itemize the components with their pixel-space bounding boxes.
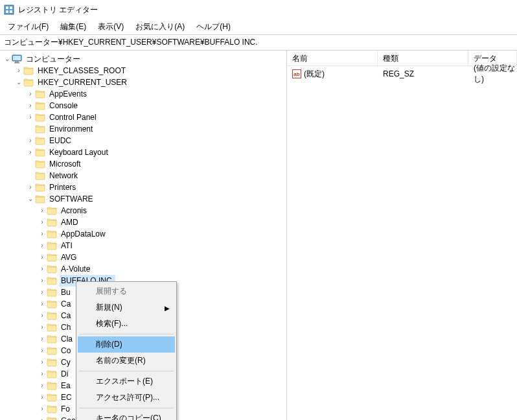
value-data-cell: (値の設定なし) bbox=[468, 63, 517, 85]
expand-icon[interactable]: › bbox=[38, 251, 47, 263]
expand-icon[interactable]: › bbox=[38, 403, 47, 415]
value-row[interactable]: ab (既定) REG_SZ (値の設定なし) bbox=[287, 66, 517, 82]
string-value-icon: ab bbox=[292, 69, 301, 78]
expand-icon[interactable]: › bbox=[14, 65, 23, 76]
tree-key[interactable]: ›EUDC bbox=[0, 135, 286, 146]
folder-icon bbox=[47, 357, 57, 368]
expand-icon[interactable]: › bbox=[38, 216, 47, 228]
ctx-find[interactable]: 検索(F)... bbox=[78, 316, 175, 332]
menu-file[interactable]: ファイル(F) bbox=[3, 19, 54, 34]
tree-key[interactable]: ›AppEvents bbox=[0, 88, 286, 100]
menu-help[interactable]: ヘルプ(H) bbox=[191, 19, 236, 34]
folder-icon bbox=[47, 287, 57, 298]
tree-key[interactable]: ›Acronis bbox=[0, 205, 286, 216]
folder-icon bbox=[47, 310, 57, 321]
folder-icon bbox=[47, 345, 57, 356]
menu-fav[interactable]: お気に入り(A) bbox=[130, 19, 190, 34]
tree-key[interactable]: ›Console bbox=[0, 100, 286, 111]
context-menu: 展開する 新規(N)▶ 検索(F)... 削除(D) 名前の変更(R) エクスポ… bbox=[76, 281, 177, 420]
menu-edit[interactable]: 編集(E) bbox=[55, 19, 91, 34]
folder-icon bbox=[47, 264, 57, 274]
tree-key[interactable]: ›Keyboard Layout bbox=[0, 146, 286, 158]
folder-icon bbox=[47, 205, 57, 216]
address-text: コンピューター¥HKEY_CURRENT_USER¥SOFTWARE¥BUFFA… bbox=[4, 37, 258, 48]
expand-icon[interactable]: › bbox=[26, 88, 35, 100]
expand-icon[interactable]: ⌄ bbox=[3, 53, 12, 65]
expand-icon[interactable]: › bbox=[26, 135, 35, 146]
ctx-export[interactable]: エクスポート(E) bbox=[78, 373, 175, 390]
expand-icon[interactable]: › bbox=[26, 181, 35, 193]
ctx-expand[interactable]: 展開する bbox=[78, 283, 175, 299]
expand-icon[interactable]: › bbox=[38, 391, 47, 403]
col-name[interactable]: 名前 bbox=[287, 51, 378, 65]
expand-icon[interactable]: › bbox=[38, 228, 47, 240]
folder-icon bbox=[47, 275, 57, 286]
expand-icon[interactable]: › bbox=[38, 345, 47, 356]
titlebar: レジストリ エディター bbox=[0, 0, 517, 19]
tree-key[interactable]: ›Environment bbox=[0, 123, 286, 135]
ctx-permissions[interactable]: アクセス許可(P)... bbox=[78, 390, 175, 406]
col-type[interactable]: 種類 bbox=[378, 51, 468, 65]
tree-key[interactable]: ›AVG bbox=[0, 251, 286, 263]
folder-icon bbox=[35, 124, 45, 134]
regedit-icon bbox=[4, 5, 14, 15]
tree-hive-currentuser[interactable]: ⌄ HKEY_CURRENT_USER bbox=[0, 76, 286, 88]
folder-icon bbox=[47, 415, 57, 420]
expand-icon[interactable]: › bbox=[26, 146, 35, 158]
tree-key-software[interactable]: ⌄SOFTWARE bbox=[0, 193, 286, 205]
folder-icon bbox=[35, 182, 45, 192]
tree-hive-classes[interactable]: › HKEY_CLASSES_ROOT bbox=[0, 65, 286, 76]
folder-icon bbox=[23, 65, 34, 76]
ctx-separator bbox=[79, 408, 174, 408]
folder-icon bbox=[35, 194, 45, 204]
folder-icon bbox=[35, 100, 45, 111]
folder-icon bbox=[35, 147, 45, 158]
menu-view[interactable]: 表示(V) bbox=[93, 19, 129, 34]
expand-icon[interactable]: › bbox=[26, 100, 35, 111]
expand-icon[interactable]: ⌄ bbox=[14, 76, 23, 88]
tree-key[interactable]: ›Printers bbox=[0, 181, 286, 193]
expand-icon[interactable]: › bbox=[38, 321, 47, 333]
submenu-arrow-icon: ▶ bbox=[165, 303, 170, 313]
folder-icon bbox=[47, 252, 57, 262]
expand-icon[interactable]: › bbox=[38, 380, 47, 391]
expand-icon[interactable]: › bbox=[38, 205, 47, 216]
folder-icon bbox=[47, 369, 57, 379]
tree-key[interactable]: ›Control Panel bbox=[0, 111, 286, 123]
ctx-rename[interactable]: 名前の変更(R) bbox=[78, 353, 175, 369]
expand-icon[interactable]: ⌄ bbox=[26, 193, 35, 205]
ctx-new[interactable]: 新規(N)▶ bbox=[78, 299, 175, 316]
expand-icon[interactable]: › bbox=[38, 356, 47, 368]
tree-root[interactable]: ⌄ コンピューター bbox=[0, 53, 286, 65]
folder-icon bbox=[47, 404, 57, 414]
address-bar[interactable]: コンピューター¥HKEY_CURRENT_USER¥SOFTWARE¥BUFFA… bbox=[0, 35, 517, 51]
tree-key[interactable]: ›Microsoft bbox=[0, 158, 286, 170]
expand-icon[interactable]: › bbox=[38, 275, 47, 286]
ctx-delete[interactable]: 削除(D) bbox=[78, 336, 175, 353]
tree-key[interactable]: ›A-Volute bbox=[0, 263, 286, 275]
folder-icon bbox=[47, 229, 57, 239]
expand-icon[interactable]: › bbox=[38, 240, 47, 251]
folder-icon bbox=[47, 240, 57, 251]
folder-icon bbox=[35, 159, 45, 169]
value-type-cell: REG_SZ bbox=[378, 69, 468, 78]
expand-icon[interactable]: › bbox=[38, 333, 47, 345]
expand-icon[interactable]: › bbox=[38, 415, 47, 420]
expand-icon[interactable]: › bbox=[38, 368, 47, 380]
expand-icon[interactable]: › bbox=[38, 286, 47, 298]
expand-icon[interactable]: › bbox=[38, 298, 47, 310]
expand-icon[interactable]: › bbox=[26, 111, 35, 123]
folder-icon bbox=[47, 299, 57, 309]
expand-icon[interactable]: › bbox=[38, 263, 47, 275]
menubar: ファイル(F) 編集(E) 表示(V) お気に入り(A) ヘルプ(H) bbox=[0, 19, 517, 35]
values-pane[interactable]: 名前 種類 データ ab (既定) REG_SZ (値の設定なし) bbox=[287, 51, 517, 420]
expand-icon[interactable]: › bbox=[38, 310, 47, 321]
tree-key[interactable]: ›ATI bbox=[0, 240, 286, 251]
computer-icon bbox=[12, 54, 22, 64]
tree-key[interactable]: ›AMD bbox=[0, 216, 286, 228]
tree-key[interactable]: ›Network bbox=[0, 170, 286, 181]
ctx-copy-keyname[interactable]: キー名のコピー(C) bbox=[78, 410, 175, 420]
folder-icon bbox=[35, 170, 45, 181]
window-title: レジストリ エディター bbox=[18, 5, 98, 16]
tree-key[interactable]: ›AppDataLow bbox=[0, 228, 286, 240]
